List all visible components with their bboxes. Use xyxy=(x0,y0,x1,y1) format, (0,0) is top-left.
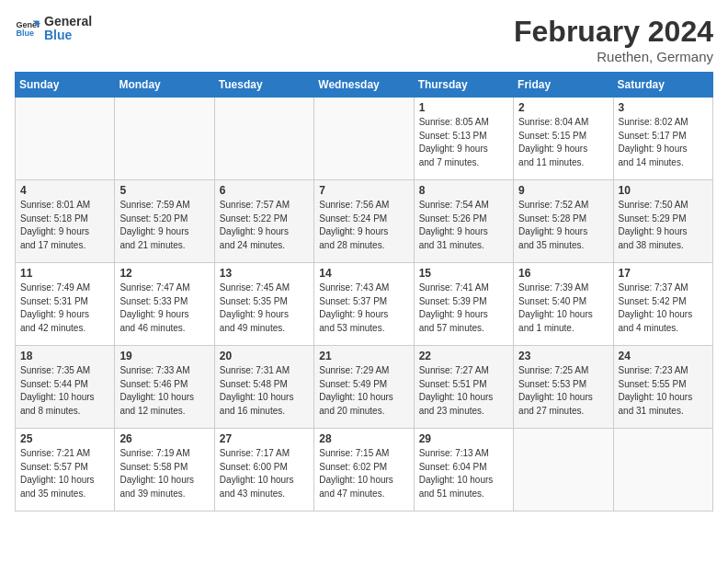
day-number: 8 xyxy=(419,184,508,197)
calendar-cell: 17Sunrise: 7:37 AM Sunset: 5:42 PM Dayli… xyxy=(613,263,712,346)
calendar-title: February 2024 xyxy=(514,15,713,49)
day-number: 27 xyxy=(220,432,309,445)
column-header-sunday: Sunday xyxy=(16,73,115,98)
calendar-cell: 22Sunrise: 7:27 AM Sunset: 5:51 PM Dayli… xyxy=(414,346,513,429)
column-header-thursday: Thursday xyxy=(414,73,513,98)
day-info: Sunrise: 7:23 AM Sunset: 5:55 PM Dayligh… xyxy=(619,364,708,418)
calendar-week-row: 11Sunrise: 7:49 AM Sunset: 5:31 PM Dayli… xyxy=(16,263,713,346)
day-number: 9 xyxy=(518,184,608,197)
day-info: Sunrise: 7:33 AM Sunset: 5:46 PM Dayligh… xyxy=(119,364,209,418)
calendar-cell xyxy=(314,98,414,180)
day-number: 28 xyxy=(319,432,408,445)
logo-line1: General xyxy=(44,15,92,29)
page-header: General Blue General Blue February 2024 … xyxy=(15,15,713,64)
column-header-friday: Friday xyxy=(514,73,613,98)
calendar-cell xyxy=(16,98,115,180)
day-number: 23 xyxy=(518,350,608,362)
day-info: Sunrise: 7:54 AM Sunset: 5:26 PM Dayligh… xyxy=(419,199,508,252)
logo-line2: Blue xyxy=(44,29,92,42)
day-number: 15 xyxy=(419,267,508,280)
day-info: Sunrise: 7:17 AM Sunset: 6:00 PM Dayligh… xyxy=(220,447,309,500)
calendar-cell: 5Sunrise: 7:59 AM Sunset: 5:20 PM Daylig… xyxy=(115,180,214,263)
calendar-cell: 16Sunrise: 7:39 AM Sunset: 5:40 PM Dayli… xyxy=(514,263,613,346)
day-number: 29 xyxy=(419,432,508,445)
day-info: Sunrise: 7:45 AM Sunset: 5:35 PM Dayligh… xyxy=(220,282,309,335)
calendar-cell: 21Sunrise: 7:29 AM Sunset: 5:49 PM Dayli… xyxy=(314,346,414,429)
calendar-cell xyxy=(514,429,613,511)
day-info: Sunrise: 7:50 AM Sunset: 5:29 PM Dayligh… xyxy=(619,199,708,252)
day-number: 14 xyxy=(319,267,408,280)
day-number: 22 xyxy=(419,350,508,362)
calendar-cell: 3Sunrise: 8:02 AM Sunset: 5:17 PM Daylig… xyxy=(613,98,712,180)
column-header-saturday: Saturday xyxy=(613,73,712,98)
day-info: Sunrise: 7:25 AM Sunset: 5:53 PM Dayligh… xyxy=(518,364,608,418)
day-number: 13 xyxy=(220,267,309,280)
calendar-cell: 10Sunrise: 7:50 AM Sunset: 5:29 PM Dayli… xyxy=(613,180,712,263)
calendar-cell: 9Sunrise: 7:52 AM Sunset: 5:28 PM Daylig… xyxy=(514,180,613,263)
logo: General Blue General Blue xyxy=(15,15,92,43)
calendar-table: SundayMondayTuesdayWednesdayThursdayFrid… xyxy=(15,72,713,511)
calendar-cell xyxy=(115,98,214,180)
day-number: 3 xyxy=(619,101,708,114)
calendar-cell: 26Sunrise: 7:19 AM Sunset: 5:58 PM Dayli… xyxy=(115,429,214,511)
day-number: 17 xyxy=(619,267,708,280)
calendar-cell: 19Sunrise: 7:33 AM Sunset: 5:46 PM Dayli… xyxy=(115,346,214,429)
column-header-tuesday: Tuesday xyxy=(214,73,313,98)
day-info: Sunrise: 7:39 AM Sunset: 5:40 PM Dayligh… xyxy=(518,282,608,335)
column-header-monday: Monday xyxy=(115,73,214,98)
calendar-cell: 29Sunrise: 7:13 AM Sunset: 6:04 PM Dayli… xyxy=(414,429,513,511)
calendar-cell: 15Sunrise: 7:41 AM Sunset: 5:39 PM Dayli… xyxy=(414,263,513,346)
day-info: Sunrise: 7:13 AM Sunset: 6:04 PM Dayligh… xyxy=(419,447,508,500)
day-info: Sunrise: 7:57 AM Sunset: 5:22 PM Dayligh… xyxy=(220,199,309,252)
day-number: 26 xyxy=(119,432,209,445)
day-info: Sunrise: 7:41 AM Sunset: 5:39 PM Dayligh… xyxy=(419,282,508,335)
day-info: Sunrise: 7:31 AM Sunset: 5:48 PM Dayligh… xyxy=(220,364,309,418)
calendar-cell: 18Sunrise: 7:35 AM Sunset: 5:44 PM Dayli… xyxy=(16,346,115,429)
day-number: 25 xyxy=(20,432,109,445)
calendar-cell: 25Sunrise: 7:21 AM Sunset: 5:57 PM Dayli… xyxy=(16,429,115,511)
calendar-week-row: 25Sunrise: 7:21 AM Sunset: 5:57 PM Dayli… xyxy=(16,429,713,511)
logo-icon: General Blue xyxy=(15,16,40,41)
day-number: 2 xyxy=(518,101,608,114)
day-info: Sunrise: 7:59 AM Sunset: 5:20 PM Dayligh… xyxy=(119,199,209,252)
calendar-cell: 28Sunrise: 7:15 AM Sunset: 6:02 PM Dayli… xyxy=(314,429,414,511)
calendar-cell: 6Sunrise: 7:57 AM Sunset: 5:22 PM Daylig… xyxy=(214,180,313,263)
column-header-wednesday: Wednesday xyxy=(314,73,414,98)
day-number: 6 xyxy=(220,184,309,197)
calendar-cell: 14Sunrise: 7:43 AM Sunset: 5:37 PM Dayli… xyxy=(314,263,414,346)
day-info: Sunrise: 7:47 AM Sunset: 5:33 PM Dayligh… xyxy=(119,282,209,335)
calendar-cell: 12Sunrise: 7:47 AM Sunset: 5:33 PM Dayli… xyxy=(115,263,214,346)
calendar-week-row: 18Sunrise: 7:35 AM Sunset: 5:44 PM Dayli… xyxy=(16,346,713,429)
day-number: 1 xyxy=(419,101,508,114)
day-info: Sunrise: 7:19 AM Sunset: 5:58 PM Dayligh… xyxy=(119,447,209,500)
calendar-cell: 13Sunrise: 7:45 AM Sunset: 5:35 PM Dayli… xyxy=(214,263,313,346)
calendar-header-row: SundayMondayTuesdayWednesdayThursdayFrid… xyxy=(16,73,713,98)
day-info: Sunrise: 7:21 AM Sunset: 5:57 PM Dayligh… xyxy=(20,447,109,500)
calendar-cell: 2Sunrise: 8:04 AM Sunset: 5:15 PM Daylig… xyxy=(514,98,613,180)
day-number: 20 xyxy=(220,350,309,362)
day-number: 24 xyxy=(619,350,708,362)
calendar-cell xyxy=(214,98,313,180)
calendar-cell xyxy=(613,429,712,511)
day-info: Sunrise: 7:56 AM Sunset: 5:24 PM Dayligh… xyxy=(319,199,408,252)
calendar-cell: 20Sunrise: 7:31 AM Sunset: 5:48 PM Dayli… xyxy=(214,346,313,429)
day-info: Sunrise: 7:43 AM Sunset: 5:37 PM Dayligh… xyxy=(319,282,408,335)
day-number: 10 xyxy=(619,184,708,197)
calendar-cell: 1Sunrise: 8:05 AM Sunset: 5:13 PM Daylig… xyxy=(414,98,513,180)
day-info: Sunrise: 7:52 AM Sunset: 5:28 PM Dayligh… xyxy=(518,199,608,252)
day-info: Sunrise: 8:05 AM Sunset: 5:13 PM Dayligh… xyxy=(419,116,508,169)
svg-text:Blue: Blue xyxy=(16,29,34,39)
day-number: 19 xyxy=(119,350,209,362)
day-number: 4 xyxy=(20,184,109,197)
day-info: Sunrise: 8:01 AM Sunset: 5:18 PM Dayligh… xyxy=(20,199,109,252)
calendar-subtitle: Ruethen, Germany xyxy=(514,49,713,64)
day-number: 12 xyxy=(119,267,209,280)
day-info: Sunrise: 7:27 AM Sunset: 5:51 PM Dayligh… xyxy=(419,364,508,418)
title-block: February 2024 Ruethen, Germany xyxy=(514,15,713,64)
calendar-cell: 23Sunrise: 7:25 AM Sunset: 5:53 PM Dayli… xyxy=(514,346,613,429)
calendar-cell: 24Sunrise: 7:23 AM Sunset: 5:55 PM Dayli… xyxy=(613,346,712,429)
day-info: Sunrise: 8:04 AM Sunset: 5:15 PM Dayligh… xyxy=(518,116,608,169)
day-info: Sunrise: 7:29 AM Sunset: 5:49 PM Dayligh… xyxy=(319,364,408,418)
calendar-cell: 8Sunrise: 7:54 AM Sunset: 5:26 PM Daylig… xyxy=(414,180,513,263)
calendar-cell: 27Sunrise: 7:17 AM Sunset: 6:00 PM Dayli… xyxy=(214,429,313,511)
